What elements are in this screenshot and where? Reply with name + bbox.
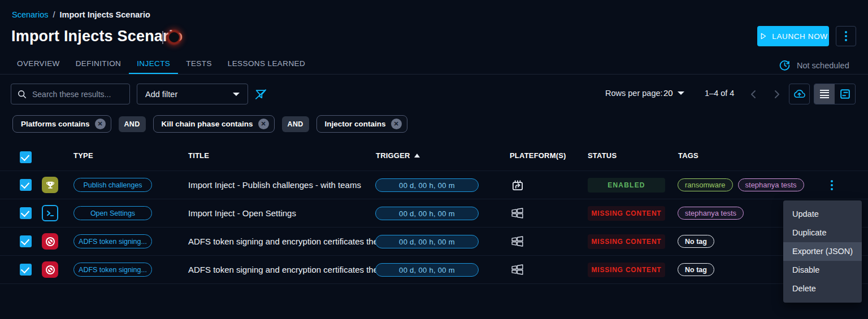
- column-header-trigger[interactable]: TRIGGER: [376, 151, 420, 160]
- menu-item-update[interactable]: Update: [783, 205, 862, 224]
- breadcrumb-current: Import Injects Scenario: [60, 10, 150, 19]
- filter-chip-injector[interactable]: Injector contains ✕: [316, 115, 407, 133]
- sort-ascending-icon: [414, 154, 420, 158]
- select-all-checkbox[interactable]: [20, 151, 32, 163]
- filter-chip-kill-chain-phase[interactable]: Kill chain phase contains ✕: [153, 115, 275, 133]
- windows-icon: [510, 234, 524, 248]
- status-badge: MISSING CONTENT: [588, 234, 665, 249]
- tags-cell: ransomware stephanya tests: [678, 178, 804, 191]
- filter-chip-platforms[interactable]: Platforms contains ✕: [12, 115, 111, 133]
- trigger-chip: 00 d, 00 h, 00 m: [375, 263, 479, 277]
- schedule-status-label: Not scheduled: [797, 61, 849, 70]
- table-row[interactable]: Open Settings Import Inject - Open Setti…: [0, 199, 868, 228]
- row-checkbox[interactable]: [20, 235, 32, 247]
- tab-overview[interactable]: OVERVIEW: [9, 54, 68, 73]
- rows-per-page-select[interactable]: 20: [663, 88, 684, 98]
- chevron-down-icon: [678, 91, 684, 95]
- tabs-divider: [0, 74, 868, 75]
- tab-tests[interactable]: TESTS: [178, 54, 220, 73]
- distribution-view-button[interactable]: [835, 84, 855, 104]
- scenario-category-icon: [168, 31, 180, 43]
- rows-per-page-label: Rows per page:: [605, 89, 663, 98]
- remove-filter-icon[interactable]: ✕: [95, 119, 106, 129]
- filter-chip-label: Injector contains: [325, 120, 386, 128]
- inject-title: ADFS token signing and encryption certif…: [188, 265, 397, 274]
- filter-operator[interactable]: AND: [282, 116, 309, 132]
- challenge-trophy-icon: [42, 177, 58, 193]
- pagination-next-button[interactable]: [770, 87, 784, 102]
- view-mode-toggle: [814, 84, 856, 104]
- trigger-chip: 00 d, 00 h, 00 m: [375, 178, 479, 192]
- tab-lessons-learned[interactable]: LESSONS LEARNED: [220, 54, 313, 73]
- menu-item-disable[interactable]: Disable: [783, 261, 862, 279]
- pagination-prev-button[interactable]: [747, 87, 762, 102]
- inject-title: Import Inject - Publish challenges - wit…: [188, 180, 361, 190]
- status-badge: ENABLED: [588, 178, 665, 193]
- row-menu-button[interactable]: [827, 178, 836, 192]
- menu-item-duplicate[interactable]: Duplicate: [783, 224, 862, 242]
- import-injects-button[interactable]: [789, 84, 810, 104]
- tag-chip: ransomware: [678, 178, 733, 191]
- table-row[interactable]: ADFS token signing... ADFS token signing…: [0, 256, 868, 284]
- page-title: Import Injects Scenario: [11, 28, 183, 45]
- tags-cell: No tag: [678, 235, 714, 248]
- status-badge: MISSING CONTENT: [588, 263, 665, 277]
- row-checkbox[interactable]: [20, 207, 32, 219]
- distribution-view-icon: [839, 88, 851, 100]
- search-box: [11, 84, 130, 104]
- tags-cell: stephanya tests: [678, 207, 744, 220]
- windows-icon: [510, 206, 524, 220]
- clear-filters-button[interactable]: [254, 87, 268, 102]
- chevron-left-icon: [747, 88, 761, 101]
- row-checkbox[interactable]: [20, 264, 32, 276]
- filter-operator[interactable]: AND: [119, 116, 146, 132]
- column-header-trigger-label: TRIGGER: [376, 151, 410, 160]
- status-badge: MISSING CONTENT: [588, 206, 665, 221]
- scenario-injects-page: Scenarios / Import Injects Scenario Impo…: [0, 0, 868, 319]
- filter-chip-label: Kill chain phase contains: [162, 120, 253, 128]
- tags-cell: No tag: [678, 263, 714, 276]
- add-filter-label: Add filter: [145, 90, 177, 99]
- column-header-title[interactable]: TITLE: [188, 151, 209, 160]
- chevron-down-icon: [233, 93, 240, 96]
- search-icon: [17, 89, 27, 99]
- menu-item-delete[interactable]: Delete: [783, 279, 862, 298]
- search-input[interactable]: [32, 90, 124, 99]
- tab-definition[interactable]: DEFINITION: [68, 54, 129, 73]
- table-row[interactable]: Publish challenges Import Inject - Publi…: [0, 171, 868, 199]
- column-header-platforms[interactable]: PLATEFORM(S): [510, 151, 566, 160]
- column-header-type[interactable]: TYPE: [73, 151, 93, 160]
- title-divider: [162, 31, 163, 44]
- trigger-chip: 00 d, 00 h, 00 m: [375, 207, 479, 220]
- column-header-tags[interactable]: TAGS: [678, 151, 698, 160]
- pagination-range: 1–4 of 4: [705, 89, 734, 98]
- trigger-chip: 00 d, 00 h, 00 m: [375, 235, 479, 248]
- remove-filter-icon[interactable]: ✕: [258, 119, 269, 129]
- active-filters-row: Platforms contains ✕ AND Kill chain phas…: [12, 115, 407, 133]
- tag-chip: No tag: [678, 235, 714, 248]
- remove-filter-icon[interactable]: ✕: [391, 119, 402, 129]
- menu-item-export-json[interactable]: Exporter (JSON): [783, 242, 862, 261]
- scenario-menu-button[interactable]: [836, 26, 856, 46]
- update-clock-icon: [779, 59, 791, 71]
- play-icon: [758, 32, 767, 41]
- kebab-icon: [831, 180, 833, 190]
- list-view-button[interactable]: [814, 84, 835, 104]
- tag-chip: No tag: [678, 263, 714, 276]
- table-row[interactable]: ADFS token signing... ADFS token signing…: [0, 228, 868, 256]
- blocked-implant-icon: [42, 233, 58, 250]
- tab-injects[interactable]: INJECTS: [129, 54, 178, 73]
- scenario-tabs: OVERVIEW DEFINITION INJECTS TESTS LESSON…: [9, 54, 313, 73]
- filter-off-icon: [254, 88, 268, 102]
- inject-type-chip: ADFS token signing...: [73, 234, 152, 248]
- blocked-implant-icon: [42, 261, 58, 278]
- launch-now-button[interactable]: LAUNCH NOW: [757, 26, 829, 46]
- table-header: TYPE TITLE TRIGGER PLATEFORM(S) STATUS T…: [0, 143, 868, 171]
- add-filter-select[interactable]: Add filter: [137, 84, 248, 104]
- column-header-status[interactable]: STATUS: [588, 151, 617, 160]
- schedule-status: Not scheduled: [779, 59, 849, 71]
- row-checkbox[interactable]: [20, 179, 32, 191]
- injects-list: Publish challenges Import Inject - Publi…: [0, 171, 868, 284]
- launch-now-label: LAUNCH NOW: [772, 32, 827, 41]
- breadcrumb-scenarios-link[interactable]: Scenarios: [12, 10, 48, 19]
